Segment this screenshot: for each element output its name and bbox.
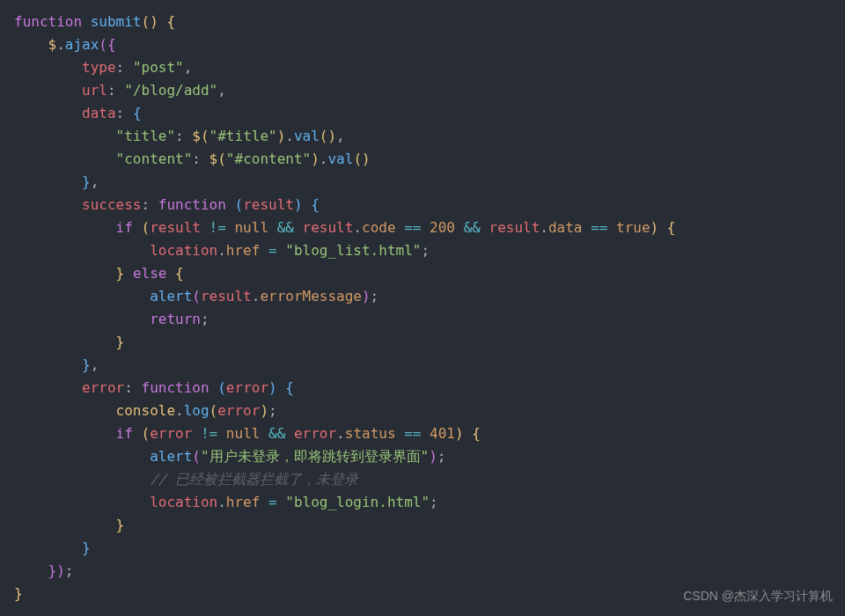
- alert-message: "用户未登录，即将跳转到登录界面": [201, 448, 429, 465]
- ajax-call: ajax: [65, 36, 99, 53]
- watermark-text: CSDN @杰深入学习计算机: [683, 584, 833, 607]
- code-200: 200: [430, 219, 455, 236]
- else-keyword: else: [133, 265, 167, 282]
- console-obj: console: [116, 402, 175, 419]
- content-key: "content": [116, 150, 193, 167]
- errormessage-prop: errorMessage: [260, 288, 362, 304]
- jquery-dollar: $: [48, 36, 57, 53]
- if-keyword: if: [116, 219, 133, 236]
- code-block: function submit() { $.ajax({ type: "post…: [0, 0, 845, 616]
- code-prop: code: [362, 219, 396, 236]
- function-name: submit: [91, 13, 142, 30]
- log-call: log: [184, 402, 209, 419]
- status-prop: status: [345, 425, 396, 442]
- url-value: "/blog/add": [124, 82, 217, 99]
- blog-login-url: "blog_login.html": [285, 494, 430, 510]
- success-key: success: [82, 196, 141, 213]
- code-401: 401: [430, 425, 455, 442]
- title-selector: "#title": [209, 128, 277, 144]
- val-call: val: [294, 128, 320, 144]
- blog-list-url: "blog_list.html": [285, 242, 421, 259]
- true-literal: true: [616, 219, 650, 236]
- error-param: error: [226, 379, 268, 396]
- return-keyword: return: [150, 311, 201, 327]
- alert-call: alert: [150, 288, 192, 304]
- data-key: data: [82, 105, 116, 121]
- type-key: type: [82, 59, 116, 76]
- result-param: result: [243, 196, 294, 213]
- location-obj: location: [150, 242, 217, 259]
- type-value: "post": [133, 59, 184, 76]
- keyword-function: function: [14, 13, 82, 30]
- error-key: error: [82, 379, 124, 396]
- url-key: url: [82, 82, 107, 99]
- content-selector: "#content": [226, 150, 311, 167]
- data-prop: data: [548, 219, 583, 236]
- href-prop: href: [226, 242, 261, 259]
- comment-line: // 已经被拦截器拦截了，未登录: [150, 471, 358, 488]
- title-key: "title": [116, 128, 175, 144]
